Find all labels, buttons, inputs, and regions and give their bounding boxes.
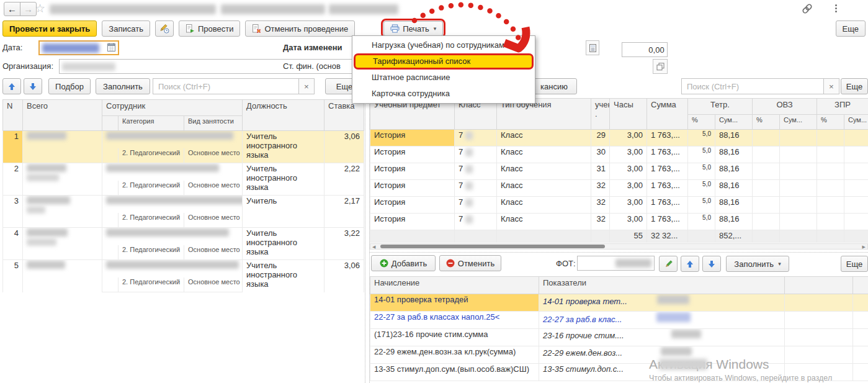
col-header-ovz-pct[interactable]: % [753,115,780,130]
table-row[interactable]: История 7 Класс 29 3,00 1 763,... 5,0 88… [370,130,868,146]
cell-subject[interactable]: История [370,197,455,214]
cell-employee[interactable] [102,196,243,213]
col-header-rate[interactable]: Ставка [324,100,364,131]
cell-students[interactable]: 32 [591,214,610,230]
cell-employee[interactable] [102,228,243,245]
table-row[interactable]: История 7 Класс 32 3,00 1 763,... 5,0 88… [370,180,868,197]
cell-hours[interactable]: 3,00 [610,214,647,230]
menu-item-load-by-employees[interactable]: Нагрузка (учебная) по сотрудникам [352,37,535,53]
cell-rate[interactable]: 3,06 [324,260,364,292]
cell-ovz-pct[interactable] [753,130,780,146]
cell-category[interactable]: 2. Педагогический [119,277,184,292]
cell-edu-type[interactable]: Класс [497,130,591,146]
cell-employee[interactable] [102,260,243,277]
cell-rate[interactable]: 2,17 [324,196,364,228]
pane-splitter[interactable] [365,78,370,383]
cell-hours[interactable]: 3,00 [610,197,647,214]
cell-position[interactable]: Учитель иностранного языка [243,131,324,163]
col-header-ovz[interactable]: ОВЗ [753,99,817,115]
move-down-button[interactable] [24,78,42,94]
cell-rate[interactable]: 2,22 [324,163,364,196]
col-header-category[interactable]: Категория [119,116,184,131]
col-header-indicators[interactable]: Показатели [539,277,785,294]
favorite-star-icon[interactable]: ☆ [35,1,45,16]
cell-n[interactable]: 5 [3,260,23,292]
menu-item-employee-card[interactable]: Карточка сотрудника [352,86,535,102]
col-header-position[interactable]: Должность [243,100,324,131]
cell-nb-sum[interactable]: 88,16 [715,214,753,230]
cell-edu-type[interactable]: Класс [497,214,591,230]
section-splitter[interactable] [370,252,868,253]
cell-hours[interactable]: 3,00 [610,180,647,197]
cell-nb-pct[interactable]: 5,0 [688,197,715,214]
col-header-students[interactable]: учен. [591,99,610,130]
table-row[interactable]: История 7 Класс 32 3,00 1 763,... 5,0 88… [370,214,868,230]
scrollbar-thumb[interactable] [380,245,605,248]
table-row[interactable]: 13-35 стимул.доп.сум.(вып.особ.важ)СШ) 1… [370,364,868,381]
calendar-icon[interactable] [107,43,115,53]
cell-grade[interactable]: 7 [455,130,497,146]
cell-nb-pct[interactable]: 5,0 [688,163,715,180]
cell-total[interactable] [23,228,102,260]
cell-grade[interactable]: 7 [455,180,497,197]
col-header-notebooks[interactable]: Тетр. [688,99,753,115]
add-button[interactable]: Добавить [371,255,436,271]
stfin-open-button[interactable] [653,59,668,74]
col-header-zpr[interactable]: ЗПР [817,99,868,115]
calculator-button[interactable] [586,40,599,55]
cell-grade[interactable]: 7 [455,163,497,180]
cell-ovz-sum[interactable] [780,130,817,146]
cell-indicator[interactable]: 22-29 ежем.ден.воз... [539,346,785,364]
table-row[interactable]: 5 Учитель иностранного языка 3,06 [3,260,364,277]
accrual-move-up-button[interactable] [681,256,699,272]
cell-employment[interactable]: Основное место р... [184,181,243,196]
cell-nb-pct[interactable]: 5,0 [688,180,715,197]
cell-employment[interactable]: Основное место р... [184,148,243,163]
table-row[interactable]: 22-29 ежем.ден.возн.за кл.рук(сумма) 22-… [370,346,868,364]
cell-nb-sum[interactable]: 88,16 [715,197,753,214]
cell-amount[interactable]: 1 763,... [647,214,688,230]
cell-subject[interactable]: История [370,180,455,197]
cell-indicator[interactable]: 13-35 стимул.доп.с... [539,364,785,381]
cell-employment[interactable]: Основное место р... [184,213,243,228]
cell-amount[interactable]: 1 763,... [647,180,688,197]
cell-accrual[interactable]: 13-35 стимул.доп.сум.(вып.особ.важ)СШ) [370,364,539,381]
cell-employment[interactable]: Основное место р... [184,277,243,292]
cell-zpr-sum[interactable] [844,130,868,146]
cell-students[interactable]: 29 [591,130,610,146]
scroll-left-icon[interactable]: ◀ [372,244,375,250]
cell-accrual[interactable]: 22-27 за раб.в классах напол.25< [370,312,539,329]
nav-back-button[interactable]: ← [4,2,20,16]
cell-nb-sum[interactable]: 88,16 [715,130,753,146]
nav-forward-button[interactable]: → [20,2,37,16]
cell-category[interactable]: 2. Педагогический [119,181,184,196]
cell-grade[interactable]: 7 [455,214,497,230]
amount-field[interactable]: 0,00 [622,42,668,57]
cell-subject[interactable]: История [370,130,455,146]
col-header-n[interactable]: N [3,100,23,131]
col-header-employee[interactable]: Сотрудник [102,100,243,116]
col-header-nb-pct[interactable]: % [688,115,715,130]
cell-nb-sum[interactable]: 88,16 [715,146,753,163]
table-row[interactable]: 14-01 проверка тетрадей 14-01 проверка т… [370,294,868,312]
accruals-more-button[interactable]: Еще [841,256,868,272]
cell-amount[interactable]: 1 763,... [647,130,688,146]
cell-n[interactable]: 1 [3,131,23,163]
cell-amount[interactable]: 1 763,... [647,197,688,214]
menu-item-staff-schedule[interactable]: Штатное расписание [352,70,535,86]
menu-item-tariff-list[interactable]: Тарификационный список [354,53,534,70]
get-link-icon[interactable] [802,3,813,16]
write-button[interactable]: Записать [102,20,150,37]
window-menu-kebab-icon[interactable] [835,4,837,12]
cell-nb-pct[interactable]: 5,0 [688,130,715,146]
load-more-button[interactable]: Еще [841,78,868,94]
cell-hours[interactable]: 3,00 [610,130,647,146]
cell-subject[interactable]: История [370,214,455,230]
accrual-fill-button[interactable]: Заполнить▾ [726,256,789,272]
cell-rate[interactable]: 3,22 [324,228,364,260]
cell-indicator[interactable]: 14-01 проверка тет... [539,294,785,312]
cell-students[interactable]: 32 [591,180,610,197]
cell-amount[interactable]: 1 763,... [647,163,688,180]
cell-indicator[interactable]: 22-27 за раб.в клас... [539,312,785,329]
command-bar-more-button[interactable]: Еще [836,20,866,37]
